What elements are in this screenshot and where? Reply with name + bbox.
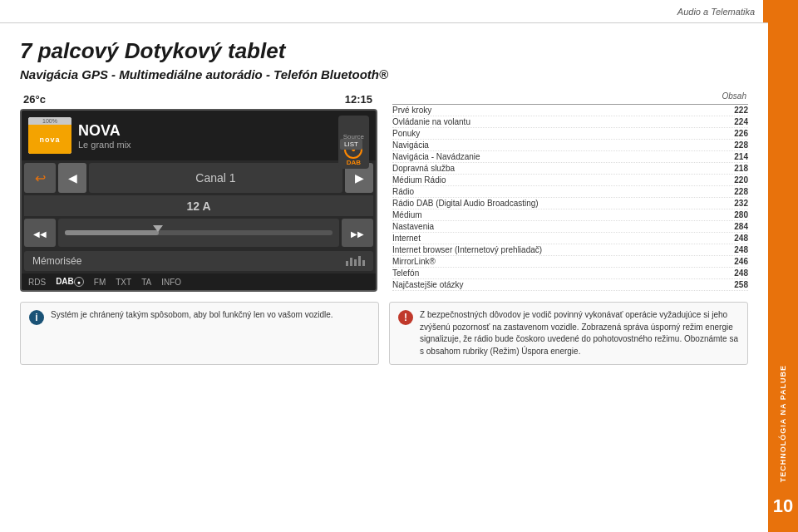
toc-item[interactable]: Ponuky 226	[392, 128, 748, 140]
top-header: Audio a Telematika	[0, 0, 768, 23]
right-sidebar: TECHNOLÓGIA na PALUBE 10	[768, 0, 798, 532]
toc-item-page: 246	[734, 257, 748, 266]
sidebar-number: 10	[773, 495, 793, 517]
toc-item-page: 226	[734, 129, 748, 138]
toc-header: Obsah	[392, 91, 748, 101]
toc-item-page: 248	[734, 234, 748, 243]
return-icon	[35, 170, 46, 186]
memo-bar-4	[358, 256, 361, 266]
toc-item-page: 258	[734, 280, 748, 289]
info-info[interactable]: INFO	[161, 278, 181, 287]
channel-label: Canal 1	[195, 171, 235, 185]
toc-item[interactable]: Internet browser (Internetový prehliadač…	[392, 244, 748, 256]
memo-bar-2	[350, 258, 352, 266]
toc-item-page: 248	[734, 268, 748, 278]
toc-item-label: Rádio	[392, 187, 414, 196]
station-name: NOVA	[78, 122, 369, 140]
toc-item-page: 220	[734, 175, 748, 185]
channel-num: 12 A	[186, 200, 210, 213]
toc-area: Obsah Prvé kroky 222 Ovládanie na volant…	[392, 91, 748, 291]
toc-item[interactable]: Ovládanie na volantu 224	[392, 116, 748, 128]
bottom-info-bar: RDS DAB● FM TXT TA INFO	[22, 273, 376, 290]
toc-item[interactable]: Prvé kroky 222	[392, 104, 748, 116]
info-note-box: i Systém je chránený takým spôsobom, aby…	[20, 302, 379, 365]
toc-item[interactable]: Nastavenia 284	[392, 221, 748, 233]
source-dab-label: DAB	[347, 159, 361, 166]
toc-item-label: MirrorLink®	[392, 257, 436, 266]
toc-item[interactable]: MirrorLink® 246	[392, 256, 748, 268]
toc-item-label: Nastavenia	[392, 222, 434, 231]
toc-item[interactable]: Médium 280	[392, 209, 748, 221]
toc-item[interactable]: Navigácia 228	[392, 140, 748, 151]
toc-item-label: Dopravná služba	[392, 164, 455, 173]
station-info: NOVA Le grand mix	[78, 122, 369, 150]
info-fm[interactable]: FM	[94, 278, 106, 287]
info-rds[interactable]: RDS	[28, 278, 46, 287]
info-note-text: Systém je chránený takým spôsobom, aby b…	[51, 309, 333, 322]
memo-bar-1	[346, 261, 348, 266]
content-row: 26°c 12:15 100% nova NOVA Le grand mix	[20, 91, 748, 292]
toc-item[interactable]: Internet 248	[392, 233, 748, 244]
toc-item-page: 228	[734, 140, 748, 150]
fast-forward-icon	[351, 226, 364, 239]
prev-button[interactable]	[24, 219, 56, 247]
toc-item-page: 284	[734, 222, 748, 231]
toc-item-page: 280	[734, 210, 748, 219]
prev-channel-button[interactable]	[58, 163, 86, 193]
toc-item-label: Ponuky	[392, 129, 420, 138]
page-title: 7 palcový Dotykový tablet	[20, 38, 748, 64]
toc-item-page: 224	[734, 117, 748, 126]
radio-logo: 100% nova	[28, 117, 71, 154]
warning-note-icon: !	[398, 310, 413, 325]
controls-row-1: Canal 1	[22, 160, 376, 195]
toc-item-label: Telefón	[392, 268, 419, 278]
toc-item-label: Médium	[392, 210, 422, 219]
time-display: 12:15	[345, 93, 372, 106]
sidebar-text: TECHNOLÓGIA na PALUBE	[779, 365, 787, 482]
radio-logo-percent: 100%	[28, 117, 71, 125]
toc-item[interactable]: Telefón 248	[392, 268, 748, 279]
info-dab[interactable]: DAB●	[56, 277, 84, 287]
header-title: Audio a Telematika	[677, 7, 755, 17]
progress-bar-container[interactable]	[58, 219, 339, 247]
memorisee-bars-icon	[346, 256, 365, 266]
next-button[interactable]	[342, 219, 373, 247]
toc-item[interactable]: Navigácia - Navádzanie 214	[392, 151, 748, 163]
toc-list: Prvé kroky 222 Ovládanie na volantu 224 …	[392, 104, 748, 291]
memorisee-button[interactable]: Mémorisée	[24, 251, 373, 271]
source-button[interactable]: LIST Source ● DAB	[338, 116, 369, 169]
toc-item[interactable]: Najčastejšie otázky 258	[392, 279, 748, 291]
progress-track	[65, 230, 332, 235]
toc-item[interactable]: Rádio DAB (Digital Audio Broadcasting) 2…	[392, 198, 748, 209]
info-txt[interactable]: TXT	[116, 278, 131, 287]
toc-item-label: Navigácia - Navádzanie	[392, 152, 480, 161]
channel-number-display: 12 A	[24, 195, 373, 216]
list-button[interactable]: LIST	[340, 139, 362, 150]
toc-item-label: Najčastejšie otázky	[392, 280, 464, 289]
rewind-icon	[33, 226, 47, 239]
toc-item[interactable]: Rádio 228	[392, 186, 748, 198]
radio-logo-nova: nova	[28, 125, 71, 154]
main-content: 7 palcový Dotykový tablet Navigácia GPS …	[0, 23, 768, 532]
info-ta[interactable]: TA	[141, 278, 151, 287]
device-screen: 100% nova NOVA Le grand mix LIST Source …	[20, 109, 377, 292]
memo-bar-5	[362, 260, 365, 266]
toc-item-label: Médium Rádio	[392, 175, 446, 185]
toc-item-page: 222	[734, 106, 748, 115]
info-note-icon: i	[29, 310, 44, 325]
toc-item-label: Prvé kroky	[392, 106, 431, 115]
toc-item-label: Navigácia	[392, 140, 429, 150]
radio-display: 100% nova NOVA Le grand mix LIST Source …	[22, 111, 376, 160]
bottom-notes: i Systém je chránený takým spôsobom, aby…	[20, 302, 748, 365]
channel-display: Canal 1	[89, 163, 342, 193]
toc-item[interactable]: Médium Rádio 220	[392, 175, 748, 186]
toc-item-label: Internet browser (Internetový prehliadač…	[392, 245, 542, 254]
toc-item-label: Ovládanie na volantu	[392, 117, 470, 126]
toc-item-page: 228	[734, 187, 748, 196]
memorisee-row: Mémorisée	[22, 249, 376, 273]
toc-item[interactable]: Dopravná služba 218	[392, 163, 748, 175]
page-subtitle: Navigácia GPS - Multimediálne autorádio …	[20, 67, 748, 81]
back-button[interactable]	[24, 163, 56, 193]
device-top-bar: 26°c 12:15	[20, 91, 377, 107]
memorisee-label: Mémorisée	[32, 255, 81, 267]
